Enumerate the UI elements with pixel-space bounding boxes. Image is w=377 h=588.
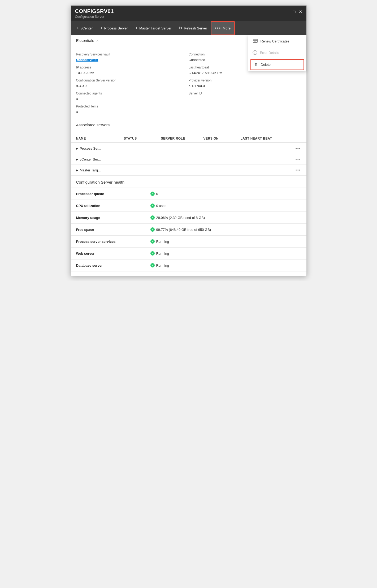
health-title: Configuration Server health <box>71 180 306 188</box>
toolbar: + vCenter + Process Server + Master Targ… <box>71 21 306 35</box>
renew-certificates-item[interactable]: Renew Certificates <box>248 35 306 47</box>
process-server-name: Process Ser... <box>80 146 101 150</box>
error-icon: ! <box>253 50 257 55</box>
cpu-utilization-value: 0 used <box>150 204 301 208</box>
processor-queue-label: Processor queue <box>76 192 150 196</box>
row-more-button[interactable]: ••• <box>296 146 301 150</box>
trash-icon: 🗑 <box>254 62 258 67</box>
cs-version-value: 9.3.0.0 <box>76 84 189 88</box>
memory-usage-value: 29.06% (2.32 GB used of 8 GB) <box>150 215 301 220</box>
process-server-services-text: Running <box>156 240 169 244</box>
items-label: Protected items <box>76 105 189 108</box>
more-button[interactable]: ••• More <box>211 21 235 35</box>
vcenter-button[interactable]: + vCenter <box>73 21 97 35</box>
memory-usage-text: 29.06% (2.32 GB used of 8 GB) <box>156 216 205 220</box>
associated-servers-section: Associated servers <box>71 118 306 135</box>
refresh-server-button[interactable]: ↻ Refresh Server <box>175 21 211 35</box>
window-subtitle: Configuration Server <box>75 15 114 19</box>
col-server-role: SERVER ROLE <box>161 137 203 140</box>
vcenter-label: vCenter <box>81 26 93 30</box>
process-server-services-value: Running <box>150 239 301 244</box>
database-server-value: Running <box>150 263 301 267</box>
vault-value[interactable]: ConsotoVault <box>76 58 189 62</box>
free-space-value: 99.77% (648.49 GB free of 650 GB) <box>150 227 301 232</box>
refresh-icon: ↻ <box>179 26 182 31</box>
col-name: NAME <box>76 137 124 140</box>
delete-label: Delete <box>261 63 271 67</box>
ellipsis-icon: ••• <box>215 26 221 31</box>
table-row[interactable]: ▶ vCenter Ser... ••• <box>71 154 306 165</box>
master-target-row-name: ▶ Master Targ... <box>76 168 296 172</box>
main-window: CONFIGSRV01 Configuration Server □ ✕ + v… <box>71 5 307 276</box>
health-row-memory: Memory usage 29.06% (2.32 GB used of 8 G… <box>71 212 306 224</box>
table-row[interactable]: ▶ Master Targ... ••• <box>71 165 306 176</box>
vcenter-server-row-name: ▶ vCenter Ser... <box>76 157 296 161</box>
agents-label: Connected agents <box>76 92 189 95</box>
web-server-value: Running <box>150 251 301 256</box>
associated-servers-table-header: NAME STATUS SERVER ROLE VERSION LAST HEA… <box>71 135 306 143</box>
vault-label: Recovery Services vault <box>76 53 189 56</box>
green-status-icon-5 <box>150 239 155 244</box>
essentials-col-left: Recovery Services vault ConsotoVault IP … <box>76 50 189 114</box>
provider-value: 5.1.1700.0 <box>189 84 301 88</box>
green-status-icon <box>150 192 155 196</box>
memory-usage-label: Memory usage <box>76 216 150 220</box>
database-server-label: Database server <box>76 263 150 267</box>
arrow-icon-3: ▶ <box>76 169 78 172</box>
server-id-label: Server ID <box>189 92 301 95</box>
health-row-processor: Processor queue 0 <box>71 188 306 200</box>
master-target-label: Master Target Server <box>139 26 171 30</box>
error-details-item: ! Error Details <box>248 47 306 58</box>
more-label: More <box>223 26 231 30</box>
green-status-icon-6 <box>150 251 155 256</box>
arrow-icon: ▶ <box>76 147 78 150</box>
renew-certificates-label: Renew Certificates <box>261 39 289 43</box>
master-target-name: Master Targ... <box>80 168 101 172</box>
web-server-label: Web server <box>76 252 150 256</box>
refresh-label: Refresh Server <box>184 26 207 30</box>
free-space-text: 99.77% (648.49 GB free of 650 GB) <box>156 228 211 232</box>
green-status-icon-2 <box>150 204 155 208</box>
essentials-title: Essentials <box>76 38 94 43</box>
title-bar-left: CONFIGSRV01 Configuration Server <box>75 8 114 19</box>
delete-item[interactable]: 🗑 Delete <box>250 59 304 70</box>
associated-servers-title: Associated servers <box>76 123 301 127</box>
process-server-services-label: Process server services <box>76 240 150 244</box>
vcenter-server-name: vCenter Ser... <box>80 157 101 161</box>
col-version: VERSION <box>203 137 241 140</box>
health-row-freespace: Free space 99.77% (648.49 GB free of 650… <box>71 224 306 236</box>
more-dropdown: Renew Certificates ! Error Details 🗑 Del… <box>248 35 306 71</box>
plus-icon-2: + <box>100 26 102 31</box>
process-server-row-name: ▶ Process Ser... <box>76 146 296 150</box>
col-heartbeat: LAST HEART BEAT <box>241 137 301 140</box>
table-row[interactable]: ▶ Process Ser... ••• <box>71 143 306 154</box>
minimize-icon[interactable]: □ <box>293 10 296 14</box>
plus-icon-3: + <box>135 26 138 31</box>
chevron-up-icon[interactable]: ∧ <box>96 39 99 42</box>
processor-queue-value: 0 <box>150 192 301 196</box>
agents-value: 4 <box>76 97 189 101</box>
arrow-icon-2: ▶ <box>76 158 78 161</box>
renew-icon <box>253 38 258 44</box>
process-server-button[interactable]: + Process Server <box>96 21 131 35</box>
green-status-icon-7 <box>150 263 155 267</box>
ip-label: IP address <box>76 66 189 69</box>
health-row-web-server: Web server Running <box>71 248 306 260</box>
close-icon[interactable]: ✕ <box>299 9 302 14</box>
health-section: Configuration Server health Processor qu… <box>71 176 306 276</box>
health-row-database: Database server Running <box>71 260 306 271</box>
processor-queue-text: 0 <box>156 192 158 196</box>
row-more-button-3[interactable]: ••• <box>296 168 301 172</box>
master-target-button[interactable]: + Master Target Server <box>132 21 175 35</box>
database-server-text: Running <box>156 263 169 267</box>
title-bar: CONFIGSRV01 Configuration Server □ ✕ <box>71 6 306 21</box>
plus-icon: + <box>77 26 79 31</box>
error-details-label: Error Details <box>260 51 279 55</box>
ip-value: 10.10.20.66 <box>76 71 189 75</box>
cs-version-label: Configuration Server version <box>76 79 189 82</box>
window-title: CONFIGSRV01 <box>75 8 114 14</box>
row-more-button-2[interactable]: ••• <box>296 157 301 161</box>
cpu-utilization-label: CPU utilization <box>76 204 150 208</box>
title-bar-controls: □ ✕ <box>293 8 302 14</box>
health-row-cpu: CPU utilization 0 used <box>71 200 306 212</box>
